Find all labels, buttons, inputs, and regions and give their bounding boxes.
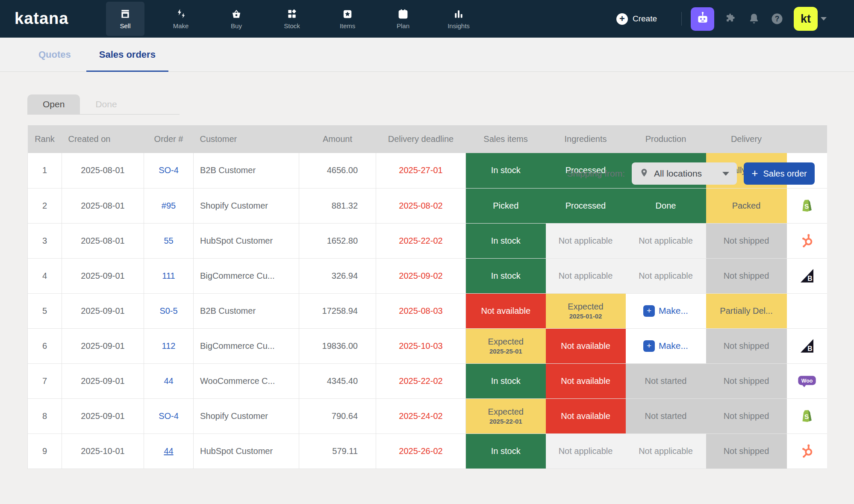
column-header-platform [787, 125, 827, 153]
calendar-check-icon [398, 9, 409, 20]
created-on-cell: 2025-09-01 [62, 258, 144, 293]
platform-cell: B [787, 328, 827, 363]
sales-items-status: Picked [466, 188, 546, 223]
order-link[interactable]: SO-4 [159, 165, 179, 175]
svg-text:S: S [804, 413, 809, 421]
order-link[interactable]: 112 [162, 341, 176, 351]
nav-tab-label: Sell [120, 22, 130, 29]
nav-tab-sell[interactable]: Sell [106, 2, 144, 36]
table-row[interactable]: 32025-08-0155HubSpot Customer1652.802025… [28, 223, 827, 258]
status-label: In stock [466, 165, 546, 175]
table-row[interactable]: 62025-09-01112BigCommerce Cu...19836.002… [28, 328, 827, 363]
column-header-sales-items: Sales items [466, 125, 546, 153]
production-status: Not applicable [626, 433, 706, 469]
production-status[interactable]: +Make... [626, 328, 706, 363]
column-header-order-: Order # [144, 125, 194, 153]
svg-text:B: B [807, 275, 812, 282]
help-button[interactable]: ? [771, 12, 783, 25]
order-link[interactable]: #95 [162, 201, 176, 210]
customer-cell: B2B Customer [194, 153, 299, 188]
dropdown-caret-icon [722, 172, 729, 176]
sales-items-status: Expected2025-22-01 [466, 398, 546, 433]
column-header-customer: Customer [194, 125, 299, 153]
delivery-deadline-cell: 2025-27-01 [376, 153, 466, 188]
status-label: Not available [466, 306, 546, 316]
nav-tab-buy[interactable]: Buy [217, 2, 256, 36]
amount-cell: 17258.94 [299, 293, 376, 328]
status-label: Picked [466, 201, 546, 211]
table-row[interactable]: 92025-10-0144HubSpot Customer579.112025-… [28, 433, 827, 469]
nav-tab-insights[interactable]: Insights [439, 2, 478, 36]
platform-cell: Woo [787, 363, 827, 398]
create-button[interactable]: + Create [616, 0, 657, 38]
table-row[interactable]: 82025-09-01SO-4Shopify Customer790.64202… [28, 398, 827, 433]
platform-cell [787, 433, 827, 469]
open-tab[interactable]: Open [27, 94, 80, 114]
make-button[interactable]: +Make... [643, 340, 688, 352]
expected-date: 2025-22-01 [466, 418, 546, 425]
nav-divider [681, 12, 682, 26]
plus-square-icon: + [643, 305, 655, 317]
customer-cell: B2B Customer [194, 293, 299, 328]
order-link[interactable]: 44 [164, 446, 173, 456]
order-link[interactable]: 44 [164, 376, 173, 386]
customer-cell: BigCommerce Cu... [194, 328, 299, 363]
notifications-button[interactable] [748, 12, 760, 25]
svg-text:Woo: Woo [801, 378, 813, 384]
production-status[interactable]: +Make... [626, 293, 706, 328]
account-menu[interactable]: kt [794, 7, 827, 31]
created-on-cell: 2025-08-01 [62, 153, 144, 188]
tab-quotes[interactable]: Quotes [38, 49, 71, 60]
amount-cell: 1652.80 [299, 223, 376, 258]
production-status: Not applicable [626, 223, 706, 258]
customer-cell: WooCommerce C... [194, 363, 299, 398]
tab-underline [27, 114, 180, 115]
table-row[interactable]: 22025-08-01#95Shopify Customer881.322025… [28, 188, 827, 223]
nav-tab-make[interactable]: Make [162, 2, 200, 36]
sales-items-status: In stock [466, 223, 546, 258]
new-sales-order-button[interactable]: + Sales order [744, 162, 815, 185]
make-label: Make... [659, 306, 688, 316]
delivery-deadline-cell: 2025-24-02 [376, 398, 466, 433]
status-label: Not applicable [626, 236, 706, 246]
order-link[interactable]: 111 [162, 271, 175, 280]
nav-tab-plan[interactable]: Plan [384, 2, 422, 36]
column-header-ingredients: Ingredients [546, 125, 626, 153]
done-tab[interactable]: Done [80, 94, 132, 114]
production-status: Not started [626, 398, 706, 433]
order-link[interactable]: SO-4 [159, 411, 179, 421]
svg-text:S: S [804, 203, 809, 210]
order-link[interactable]: 55 [164, 236, 173, 245]
integrations-button[interactable] [724, 12, 737, 25]
platform-cell-empty [787, 293, 827, 328]
production-status: Not applicable [626, 258, 706, 293]
customer-cell: HubSpot Customer [194, 223, 299, 258]
customer-cell: Shopify Customer [194, 188, 299, 223]
table-row[interactable]: 52025-09-01S0-5B2B Customer17258.942025-… [28, 293, 827, 328]
status-label: Done [626, 201, 706, 211]
make-button[interactable]: +Make... [643, 305, 688, 317]
nav-tab-label: Stock [284, 22, 300, 29]
nav-tab-stock[interactable]: Stock [273, 2, 311, 36]
table-row[interactable]: 72025-09-0144WooCommerce C...4345.402025… [28, 363, 827, 398]
rank-cell: 2 [28, 188, 62, 223]
rank-cell: 1 [28, 153, 62, 188]
tab-sales-orders[interactable]: Sales orders [99, 49, 156, 60]
avatar: kt [794, 7, 818, 31]
order-number-cell: SO-4 [144, 398, 194, 433]
delivery-deadline-cell: 2025-22-02 [376, 223, 466, 258]
table-row[interactable]: 42025-09-01111BigCommerce Cu...326.94202… [28, 258, 827, 293]
expected-date: 2025-01-02 [546, 312, 626, 320]
order-link[interactable]: S0-5 [159, 306, 177, 315]
ai-assistant-button[interactable] [691, 7, 714, 31]
customer-cell: BigCommerce Cu... [194, 258, 299, 293]
customer-cell: Shopify Customer [194, 398, 299, 433]
nav-tab-items[interactable]: Items [328, 2, 367, 36]
location-value: All locations [654, 168, 717, 179]
status-label: Not applicable [546, 236, 626, 246]
column-header-delivery-deadline: Delivery deadline [376, 125, 466, 153]
rank-cell: 9 [28, 433, 62, 469]
location-dropdown[interactable]: All locations [632, 162, 737, 185]
column-header-delivery: Delivery [706, 125, 787, 153]
woocommerce-icon: Woo [798, 375, 816, 385]
